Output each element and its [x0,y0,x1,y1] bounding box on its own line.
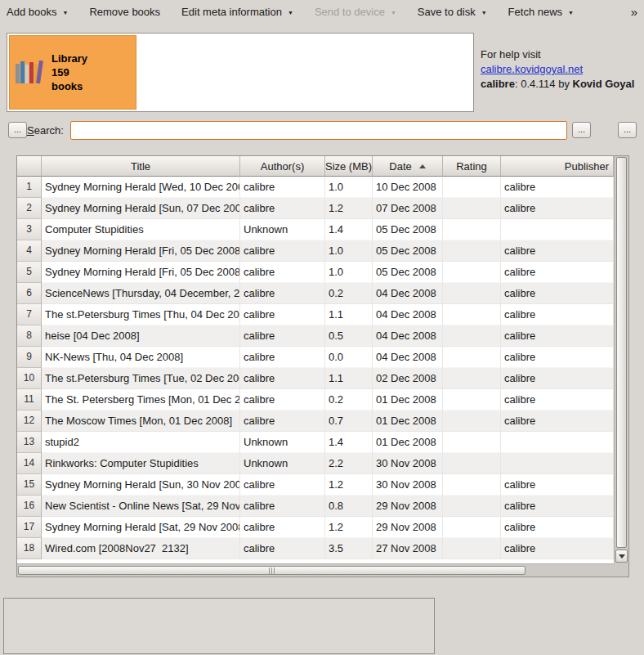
vertical-scrollbar[interactable] [614,156,628,563]
row-number-cell[interactable]: 13 [17,432,42,453]
authors-cell: calibre [240,368,325,389]
authors-cell: calibre [240,304,325,325]
column-header-size[interactable]: Size (MB) [325,156,373,177]
toolbar-items: Add books▼Remove booksEdit meta informat… [7,6,629,18]
rating-cell [443,347,501,368]
column-header-date[interactable]: Date [373,156,443,177]
table-row[interactable]: 17Sydney Morning Herald [Sat, 29 Nov 200… [17,517,614,538]
search-clear-button[interactable]: ... [8,122,27,138]
table-row[interactable]: 10The st.Petersburg Times [Tue, 02 Dec 2… [17,368,614,389]
authors-cell: calibre [240,474,325,496]
toolbar-button-save-to-disk[interactable]: Save to disk▼ [418,6,487,18]
toolbar-button-add-books[interactable]: Add books▼ [7,6,68,18]
row-number-cell[interactable]: 9 [17,347,42,368]
table-row[interactable]: 4Sydney Morning Herald [Fri, 05 Dec 2008… [17,240,614,262]
table-row[interactable]: 13stupid2Unknown1.401 Dec 2008 [17,432,614,453]
search-extra-button[interactable]: ... [618,122,637,138]
table-row[interactable]: 16New Scientist - Online News [Sat, 29 N… [17,496,614,517]
row-number-cell[interactable]: 2 [17,198,42,219]
help-link[interactable]: calibre.kovidgoyal.net [481,63,583,75]
library-location-button[interactable]: Library 159 books [9,35,136,110]
table-row[interactable]: 5Sydney Morning Herald [Fri, 05 Dec 2008… [17,262,614,283]
table-row[interactable]: 11The St. Petersberg Times [Mon, 01 Dec … [17,389,614,410]
row-number-cell[interactable]: 12 [17,410,42,432]
publisher-cell: calibre [501,283,614,304]
row-number-cell[interactable]: 4 [17,240,42,262]
scroll-down-button[interactable] [615,550,628,563]
library-label: Library 159 books [51,52,87,93]
book-details-panel [3,598,435,654]
size-cell: 3.5 [325,538,373,559]
row-number-cell[interactable]: 3 [17,219,42,240]
table-row[interactable]: 8heise [04 Dec 2008]calibre0.504 Dec 200… [17,325,614,347]
library-title: Library [51,52,87,65]
date-cell: 01 Dec 2008 [373,389,443,410]
row-number-cell[interactable]: 18 [17,538,42,559]
dropdown-arrow-icon: ▼ [62,8,68,16]
title-cell: Sydney Morning Herald [Fri, 05 Dec 2008] [42,262,240,283]
row-number-cell[interactable]: 15 [17,474,42,496]
row-number-cell[interactable]: 16 [17,496,42,517]
table-row[interactable]: 6ScienceNews [Thursday, 04 December, 2…c… [17,283,614,304]
row-number-cell[interactable]: 6 [17,283,42,304]
authors-cell: calibre [240,410,325,432]
table-row[interactable]: 15Sydney Morning Herald [Sun, 30 Nov 200… [17,474,614,496]
search-input[interactable] [70,121,567,140]
title-cell: heise [04 Dec 2008] [42,325,240,347]
rating-cell [443,410,501,432]
column-header-authors[interactable]: Author(s) [240,156,325,177]
column-header-label: Rating [456,160,487,173]
row-number-cell[interactable]: 11 [17,389,42,410]
size-cell: 0.2 [325,389,373,410]
table-row[interactable]: 18Wired.com [2008Nov27 2132]calibre3.527… [17,538,614,559]
toolbar-button-label: Send to device [315,6,385,18]
search-label: Search: [27,124,64,137]
column-header-title[interactable]: Title [42,156,240,177]
column-header-label: Publisher [565,160,609,173]
row-number-cell[interactable]: 7 [17,304,42,325]
title-cell: Sydney Morning Herald [Sun, 07 Dec 2008] [42,198,240,219]
rating-cell [443,283,501,304]
toolbar-overflow-button[interactable]: » [629,5,639,19]
table-row[interactable]: 2Sydney Morning Herald [Sun, 07 Dec 2008… [17,198,614,219]
vertical-scrollbar-thumb[interactable] [616,157,627,548]
authors-cell: calibre [240,325,325,347]
publisher-cell [501,432,614,453]
authors-cell: calibre [240,517,325,538]
publisher-cell: calibre [501,368,614,389]
authors-cell: calibre [240,198,325,219]
corner-header-cell[interactable] [17,156,42,177]
date-cell: 29 Nov 2008 [373,496,443,517]
rating-cell [443,538,501,559]
publisher-cell: calibre [501,177,614,198]
date-cell: 05 Dec 2008 [373,262,443,283]
toolbar-button-send-to-device[interactable]: Send to device▼ [315,6,396,18]
rating-cell [443,262,501,283]
row-number-cell[interactable]: 1 [17,177,42,198]
toolbar-button-edit-meta-information[interactable]: Edit meta information▼ [181,6,293,18]
horizontal-scrollbar-thumb[interactable] [18,566,525,575]
table-row[interactable]: 9NK-News [Thu, 04 Dec 2008]calibre0.004 … [17,347,614,368]
title-cell: Sydney Morning Herald [Sun, 30 Nov 2008] [42,474,240,496]
table-row[interactable]: 3Computer StupiditiesUnknown1.405 Dec 20… [17,219,614,240]
column-header-publisher[interactable]: Publisher [501,156,614,177]
row-number-cell[interactable]: 17 [17,517,42,538]
column-header-rating[interactable]: Rating [443,156,501,177]
horizontal-scrollbar[interactable] [17,563,614,576]
row-number-cell[interactable]: 8 [17,325,42,347]
row-number-cell[interactable]: 14 [17,453,42,474]
toolbar-button-fetch-news[interactable]: Fetch news▼ [508,6,574,18]
size-cell: 1.0 [325,262,373,283]
row-number-cell[interactable]: 10 [17,368,42,389]
size-cell: 1.2 [325,198,373,219]
library-status-panel: Library 159 books [7,33,474,112]
publisher-cell [501,453,614,474]
search-advanced-button[interactable]: ... [572,122,591,138]
table-row[interactable]: 1Sydney Morning Herald [Wed, 10 Dec 2008… [17,177,614,198]
table-row[interactable]: 12The Moscow Times [Mon, 01 Dec 2008]cal… [17,410,614,432]
row-number-cell[interactable]: 5 [17,262,42,283]
table-row[interactable]: 7The st.Petersburg Times [Thu, 04 Dec 20… [17,304,614,325]
toolbar-button-remove-books[interactable]: Remove books [89,6,160,18]
size-cell: 0.5 [325,325,373,347]
table-row[interactable]: 14Rinkworks: Computer StupiditiesUnknown… [17,453,614,474]
